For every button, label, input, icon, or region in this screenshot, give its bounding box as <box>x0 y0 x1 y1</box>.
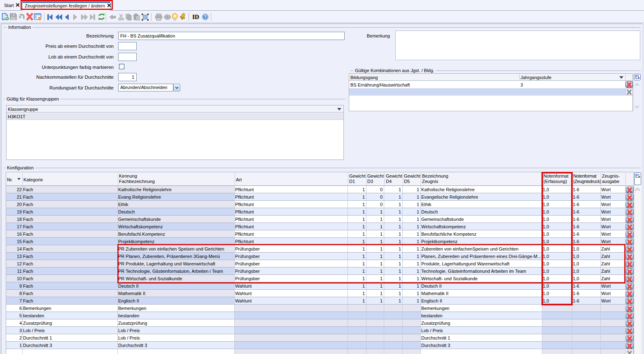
svg-text:?: ? <box>204 14 206 19</box>
